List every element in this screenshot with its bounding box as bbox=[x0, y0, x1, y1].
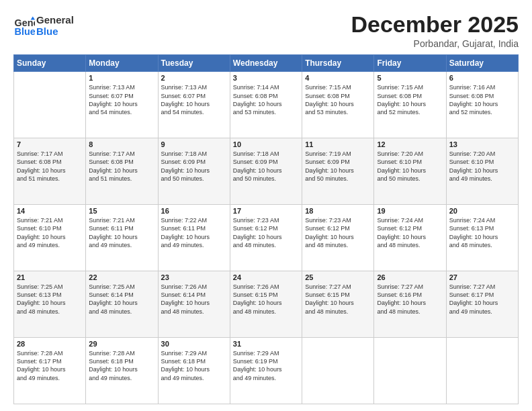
day-number: 14 bbox=[17, 207, 83, 215]
day-number: 6 bbox=[449, 74, 515, 82]
calendar-cell: 9Sunrise: 7:18 AM Sunset: 6:09 PM Daylig… bbox=[158, 138, 230, 205]
calendar-cell bbox=[374, 338, 446, 404]
logo-line1: General bbox=[36, 15, 74, 26]
calendar-week-4: 21Sunrise: 7:25 AM Sunset: 6:13 PM Dayli… bbox=[14, 271, 519, 338]
calendar-cell: 7Sunrise: 7:17 AM Sunset: 6:08 PM Daylig… bbox=[14, 138, 86, 205]
calendar-cell: 11Sunrise: 7:19 AM Sunset: 6:09 PM Dayli… bbox=[302, 138, 374, 205]
calendar-cell bbox=[14, 72, 86, 138]
month-title: December 2025 bbox=[351, 12, 519, 37]
day-number: 21 bbox=[17, 273, 83, 281]
logo-icon: General Blue bbox=[13, 15, 35, 37]
calendar-cell: 25Sunrise: 7:27 AM Sunset: 6:15 PM Dayli… bbox=[302, 271, 374, 338]
calendar-cell: 2Sunrise: 7:13 AM Sunset: 6:07 PM Daylig… bbox=[158, 72, 230, 138]
calendar-cell: 1Sunrise: 7:13 AM Sunset: 6:07 PM Daylig… bbox=[86, 72, 158, 138]
day-info: Sunrise: 7:23 AM Sunset: 6:12 PM Dayligh… bbox=[233, 216, 299, 249]
day-info: Sunrise: 7:23 AM Sunset: 6:12 PM Dayligh… bbox=[305, 216, 371, 249]
day-info: Sunrise: 7:15 AM Sunset: 6:08 PM Dayligh… bbox=[305, 83, 371, 116]
day-number: 18 bbox=[305, 207, 371, 215]
calendar-weekday-saturday: Saturday bbox=[446, 55, 518, 72]
calendar-cell: 30Sunrise: 7:29 AM Sunset: 6:18 PM Dayli… bbox=[158, 338, 230, 404]
calendar-cell: 18Sunrise: 7:23 AM Sunset: 6:12 PM Dayli… bbox=[302, 205, 374, 271]
location: Porbandar, Gujarat, India bbox=[351, 38, 519, 49]
calendar-cell: 14Sunrise: 7:21 AM Sunset: 6:10 PM Dayli… bbox=[14, 205, 86, 271]
calendar-cell: 10Sunrise: 7:18 AM Sunset: 6:09 PM Dayli… bbox=[230, 138, 302, 205]
day-info: Sunrise: 7:26 AM Sunset: 6:15 PM Dayligh… bbox=[233, 283, 299, 316]
title-block: December 2025 Porbandar, Gujarat, India bbox=[351, 12, 519, 49]
calendar-cell: 19Sunrise: 7:24 AM Sunset: 6:12 PM Dayli… bbox=[374, 205, 446, 271]
day-info: Sunrise: 7:20 AM Sunset: 6:10 PM Dayligh… bbox=[377, 150, 443, 183]
day-info: Sunrise: 7:15 AM Sunset: 6:08 PM Dayligh… bbox=[377, 83, 443, 116]
calendar-cell: 21Sunrise: 7:25 AM Sunset: 6:13 PM Dayli… bbox=[14, 271, 86, 338]
calendar-weekday-sunday: Sunday bbox=[14, 55, 86, 72]
day-number: 8 bbox=[89, 140, 154, 148]
calendar-cell: 22Sunrise: 7:25 AM Sunset: 6:14 PM Dayli… bbox=[86, 271, 158, 338]
day-info: Sunrise: 7:13 AM Sunset: 6:07 PM Dayligh… bbox=[89, 83, 154, 116]
calendar-cell: 6Sunrise: 7:16 AM Sunset: 6:08 PM Daylig… bbox=[446, 72, 518, 138]
day-info: Sunrise: 7:26 AM Sunset: 6:14 PM Dayligh… bbox=[161, 283, 227, 316]
day-number: 10 bbox=[233, 140, 299, 148]
day-number: 29 bbox=[89, 340, 154, 348]
calendar-weekday-wednesday: Wednesday bbox=[230, 55, 302, 72]
calendar-cell: 20Sunrise: 7:24 AM Sunset: 6:13 PM Dayli… bbox=[446, 205, 518, 271]
day-number: 2 bbox=[161, 74, 227, 82]
day-number: 17 bbox=[233, 207, 299, 215]
calendar-weekday-thursday: Thursday bbox=[302, 55, 374, 72]
calendar-weekday-friday: Friday bbox=[374, 55, 446, 72]
day-info: Sunrise: 7:21 AM Sunset: 6:11 PM Dayligh… bbox=[89, 216, 154, 249]
calendar-cell: 5Sunrise: 7:15 AM Sunset: 6:08 PM Daylig… bbox=[374, 72, 446, 138]
calendar-cell: 3Sunrise: 7:14 AM Sunset: 6:08 PM Daylig… bbox=[230, 72, 302, 138]
day-info: Sunrise: 7:27 AM Sunset: 6:16 PM Dayligh… bbox=[377, 283, 443, 316]
header: General Blue General Blue December 2025 … bbox=[13, 12, 519, 49]
day-info: Sunrise: 7:18 AM Sunset: 6:09 PM Dayligh… bbox=[161, 150, 227, 183]
day-info: Sunrise: 7:22 AM Sunset: 6:11 PM Dayligh… bbox=[161, 216, 227, 249]
day-info: Sunrise: 7:19 AM Sunset: 6:09 PM Dayligh… bbox=[305, 150, 371, 183]
day-info: Sunrise: 7:16 AM Sunset: 6:08 PM Dayligh… bbox=[449, 83, 515, 116]
calendar-table: SundayMondayTuesdayWednesdayThursdayFrid… bbox=[13, 54, 519, 404]
day-number: 9 bbox=[161, 140, 227, 148]
calendar-cell: 26Sunrise: 7:27 AM Sunset: 6:16 PM Dayli… bbox=[374, 271, 446, 338]
logo-line2: Blue bbox=[36, 26, 74, 38]
svg-text:Blue: Blue bbox=[15, 26, 35, 36]
calendar-week-3: 14Sunrise: 7:21 AM Sunset: 6:10 PM Dayli… bbox=[14, 205, 519, 271]
day-number: 30 bbox=[161, 340, 227, 348]
calendar-week-2: 7Sunrise: 7:17 AM Sunset: 6:08 PM Daylig… bbox=[14, 138, 519, 205]
day-info: Sunrise: 7:20 AM Sunset: 6:10 PM Dayligh… bbox=[449, 150, 515, 183]
day-info: Sunrise: 7:28 AM Sunset: 6:17 PM Dayligh… bbox=[17, 349, 83, 382]
day-number: 19 bbox=[377, 207, 443, 215]
calendar-cell: 12Sunrise: 7:20 AM Sunset: 6:10 PM Dayli… bbox=[374, 138, 446, 205]
day-number: 27 bbox=[449, 273, 515, 281]
day-info: Sunrise: 7:18 AM Sunset: 6:09 PM Dayligh… bbox=[233, 150, 299, 183]
calendar-week-1: 1Sunrise: 7:13 AM Sunset: 6:07 PM Daylig… bbox=[14, 72, 519, 138]
day-number: 25 bbox=[305, 273, 371, 281]
day-number: 20 bbox=[449, 207, 515, 215]
day-number: 7 bbox=[17, 140, 83, 148]
day-number: 4 bbox=[305, 74, 371, 82]
day-info: Sunrise: 7:14 AM Sunset: 6:08 PM Dayligh… bbox=[233, 83, 299, 116]
day-info: Sunrise: 7:17 AM Sunset: 6:08 PM Dayligh… bbox=[89, 150, 154, 183]
calendar-cell: 27Sunrise: 7:27 AM Sunset: 6:17 PM Dayli… bbox=[446, 271, 518, 338]
day-info: Sunrise: 7:29 AM Sunset: 6:18 PM Dayligh… bbox=[161, 349, 227, 382]
calendar-cell: 13Sunrise: 7:20 AM Sunset: 6:10 PM Dayli… bbox=[446, 138, 518, 205]
day-info: Sunrise: 7:24 AM Sunset: 6:13 PM Dayligh… bbox=[449, 216, 515, 249]
page: General Blue General Blue December 2025 … bbox=[0, 0, 532, 411]
calendar-cell: 17Sunrise: 7:23 AM Sunset: 6:12 PM Dayli… bbox=[230, 205, 302, 271]
day-info: Sunrise: 7:13 AM Sunset: 6:07 PM Dayligh… bbox=[161, 83, 227, 116]
calendar-cell: 15Sunrise: 7:21 AM Sunset: 6:11 PM Dayli… bbox=[86, 205, 158, 271]
calendar-cell: 24Sunrise: 7:26 AM Sunset: 6:15 PM Dayli… bbox=[230, 271, 302, 338]
calendar-cell bbox=[302, 338, 374, 404]
day-info: Sunrise: 7:17 AM Sunset: 6:08 PM Dayligh… bbox=[17, 150, 83, 183]
calendar-cell: 4Sunrise: 7:15 AM Sunset: 6:08 PM Daylig… bbox=[302, 72, 374, 138]
day-info: Sunrise: 7:24 AM Sunset: 6:12 PM Dayligh… bbox=[377, 216, 443, 249]
calendar-cell: 29Sunrise: 7:28 AM Sunset: 6:18 PM Dayli… bbox=[86, 338, 158, 404]
calendar-cell: 23Sunrise: 7:26 AM Sunset: 6:14 PM Dayli… bbox=[158, 271, 230, 338]
day-number: 16 bbox=[161, 207, 227, 215]
calendar-cell: 31Sunrise: 7:29 AM Sunset: 6:19 PM Dayli… bbox=[230, 338, 302, 404]
calendar-week-5: 28Sunrise: 7:28 AM Sunset: 6:17 PM Dayli… bbox=[14, 338, 519, 404]
calendar-weekday-tuesday: Tuesday bbox=[158, 55, 230, 72]
day-info: Sunrise: 7:29 AM Sunset: 6:19 PM Dayligh… bbox=[233, 349, 299, 382]
calendar-body: 1Sunrise: 7:13 AM Sunset: 6:07 PM Daylig… bbox=[14, 72, 519, 404]
day-number: 13 bbox=[449, 140, 515, 148]
day-info: Sunrise: 7:27 AM Sunset: 6:17 PM Dayligh… bbox=[449, 283, 515, 316]
day-number: 22 bbox=[89, 273, 154, 281]
day-info: Sunrise: 7:25 AM Sunset: 6:13 PM Dayligh… bbox=[17, 283, 83, 316]
